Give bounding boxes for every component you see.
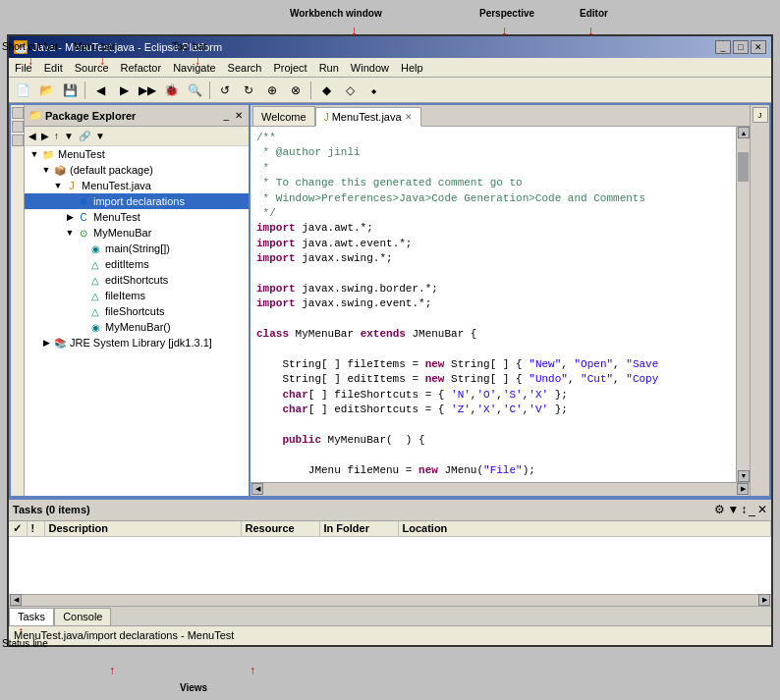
tree-item-main[interactable]: ◉ main(String[]) <box>25 241 249 256</box>
menu-source[interactable]: Source <box>69 61 115 75</box>
toolbar-search-btn[interactable]: 🔍 <box>184 81 205 100</box>
tasks-settings-btn[interactable]: ⚙ <box>714 503 725 516</box>
maximize-button[interactable]: □ <box>733 40 749 54</box>
toolbar-btn6[interactable]: ↻ <box>238 81 259 100</box>
explorer-minimize-btn[interactable]: _ <box>221 110 231 121</box>
toolbar-run-btn[interactable]: ▶▶ <box>137 81 158 100</box>
jre-arrow[interactable]: ▶ <box>40 338 52 348</box>
expand-menutest-arrow[interactable]: ▼ <box>28 149 40 159</box>
tree-item-jre[interactable]: ▶ 📚 JRE System Library [jdk1.3.1] <box>25 335 249 350</box>
tasks-table: ✓ ! Description Resource In Folder Locat… <box>9 521 771 537</box>
tab-welcome[interactable]: Welcome <box>252 106 315 126</box>
toolbar-btn7[interactable]: ⊕ <box>261 81 283 100</box>
toolbar-back-btn[interactable]: ◀ <box>89 81 111 100</box>
menu-help[interactable]: Help <box>395 61 429 75</box>
exp-back-btn[interactable]: ◀ <box>27 131 38 141</box>
code-line-6: */ <box>256 206 730 221</box>
tree-item-edititems[interactable]: △ editItems <box>25 256 249 272</box>
menu-bar: File Edit Source Refactor Navigate Searc… <box>9 58 771 78</box>
expand-java-arrow[interactable]: ▼ <box>52 181 64 190</box>
toolbar-btn11[interactable]: ⬥ <box>362 81 384 100</box>
toolbar-btn9[interactable]: ◆ <box>315 81 337 100</box>
toolbar-btn5[interactable]: ↺ <box>214 81 236 100</box>
tasks-scrollbar-h[interactable]: ◀ ▶ <box>9 594 771 606</box>
exp-fwd-btn[interactable]: ▶ <box>39 131 51 141</box>
minimize-button[interactable]: _ <box>715 40 731 54</box>
tree-item-default-pkg[interactable]: ▼ 📦 (default package) <box>25 162 249 178</box>
tab-menutest-java[interactable]: J MenuTest.java ✕ <box>315 107 421 127</box>
edititems-icon: △ <box>87 257 103 271</box>
toolbar-new-btn[interactable]: 📄 <box>12 81 33 100</box>
tasks-minimize-btn[interactable]: _ <box>749 503 755 516</box>
constructor-icon: ◉ <box>87 320 103 334</box>
tree-item-editshortcuts[interactable]: △ editShortcuts <box>25 272 249 288</box>
editshortcuts-icon: △ <box>87 273 103 287</box>
editor-body: /** * @author jinli * * To change this g… <box>251 127 750 482</box>
tasks-filter-btn[interactable]: ▼ <box>727 503 739 516</box>
exp-link-btn[interactable]: 🔗 <box>77 131 92 141</box>
toolbar-debug-btn[interactable]: 🐞 <box>160 81 182 100</box>
tree-label-default-pkg: (default package) <box>70 164 153 176</box>
tree-item-menutest[interactable]: ▼ 📁 MenuTest <box>25 146 249 162</box>
tasks-scroll-left[interactable]: ◀ <box>10 594 22 606</box>
menu-project[interactable]: Project <box>267 61 312 75</box>
eclipse-wrapper: ☕ Java - MenuTest.java - Eclipse Platfor… <box>0 34 780 647</box>
project-icon: 📁 <box>40 147 56 161</box>
tree-item-import-declarations[interactable]: ⊕ import declarations <box>25 193 249 209</box>
menu-search[interactable]: Search <box>222 61 268 75</box>
exp-up-btn[interactable]: ↑ <box>52 131 61 141</box>
code-editor[interactable]: /** * @author jinli * * To change this g… <box>251 127 736 482</box>
toolbar-btn10[interactable]: ◇ <box>339 81 361 100</box>
scroll-right-btn[interactable]: ▶ <box>737 483 749 495</box>
explorer-close-btn[interactable]: ✕ <box>233 110 245 121</box>
tab-close-btn[interactable]: ✕ <box>405 112 413 122</box>
menu-window[interactable]: Window <box>345 61 395 75</box>
left-panel: 📁 Package Explorer _ ✕ ◀ ▶ ↑ <box>25 105 251 496</box>
scroll-down-btn[interactable]: ▼ <box>738 470 750 482</box>
tree-item-menutest-java[interactable]: ▼ J MenuTest.java <box>25 178 249 193</box>
title-buttons[interactable]: _ □ ✕ <box>715 40 766 54</box>
exp-menu-btn[interactable]: ▼ <box>93 131 107 141</box>
tasks-close-btn[interactable]: ✕ <box>757 503 767 516</box>
tree-item-mymenubar-constructor[interactable]: ◉ MyMenuBar() <box>25 319 249 335</box>
editor-scrollbar-h[interactable]: ◀ ▶ <box>251 482 750 496</box>
menu-file[interactable]: File <box>9 61 38 75</box>
perspective-java-item[interactable]: J <box>752 107 768 123</box>
menutest-class-arrow[interactable]: ▶ <box>64 212 76 222</box>
tab-console[interactable]: Console <box>54 608 111 625</box>
exp-collapse-btn[interactable]: ▼ <box>62 131 76 141</box>
title-bar: ☕ Java - MenuTest.java - Eclipse Platfor… <box>9 36 771 58</box>
close-button[interactable]: ✕ <box>751 40 766 54</box>
toolbar-open-btn[interactable]: 📂 <box>35 81 57 100</box>
scroll-up-btn[interactable]: ▲ <box>738 127 750 138</box>
toolbar-fwd-btn[interactable]: ▶ <box>113 81 135 100</box>
tree-item-fileitems[interactable]: △ fileItems <box>25 288 249 303</box>
menu-navigate[interactable]: Navigate <box>167 61 221 75</box>
tasks-scroll-right[interactable]: ▶ <box>758 594 770 606</box>
toolbar-sep3 <box>310 81 311 99</box>
scroll-thumb[interactable] <box>738 152 749 182</box>
tree-area[interactable]: ▼ 📁 MenuTest ▼ 📦 (default package) <box>25 146 249 496</box>
scroll-track[interactable] <box>737 138 750 470</box>
mymenubar-arrow[interactable]: ▼ <box>64 228 76 238</box>
tree-item-menutest-class[interactable]: ▶ C MenuTest <box>25 209 249 225</box>
tree-item-mymenubar[interactable]: ▼ ⊙ MyMenuBar <box>25 225 249 241</box>
expand-pkg-arrow[interactable]: ▼ <box>40 165 52 175</box>
toolbar-save-btn[interactable]: 💾 <box>59 81 81 100</box>
bottom-panel: Tasks (0 items) ⚙ ▼ ↕ _ ✕ <box>9 498 771 625</box>
menu-edit[interactable]: Edit <box>38 61 69 75</box>
bottom-panel-controls[interactable]: ⚙ ▼ ↕ _ ✕ <box>714 503 767 516</box>
menu-refactor[interactable]: Refactor <box>115 61 168 75</box>
tab-tasks[interactable]: Tasks <box>9 608 54 625</box>
shortcut-item-1[interactable] <box>12 107 24 119</box>
tasks-sort-btn[interactable]: ↕ <box>741 503 747 516</box>
editor-scrollbar-v[interactable]: ▲ ▼ <box>736 127 750 482</box>
toolbar-btn8[interactable]: ⊗ <box>285 81 306 100</box>
scroll-left-btn[interactable]: ◀ <box>251 483 263 495</box>
shortcut-item-3[interactable] <box>12 135 24 146</box>
explorer-controls[interactable]: _ ✕ <box>221 110 245 121</box>
menu-run[interactable]: Run <box>313 61 345 75</box>
shortcut-item-2[interactable] <box>12 121 24 133</box>
tree-item-fileshortcuts[interactable]: △ fileShortcuts <box>25 303 249 319</box>
code-line-16: String[ ] fileItems = new String[ ] { "N… <box>256 357 730 372</box>
